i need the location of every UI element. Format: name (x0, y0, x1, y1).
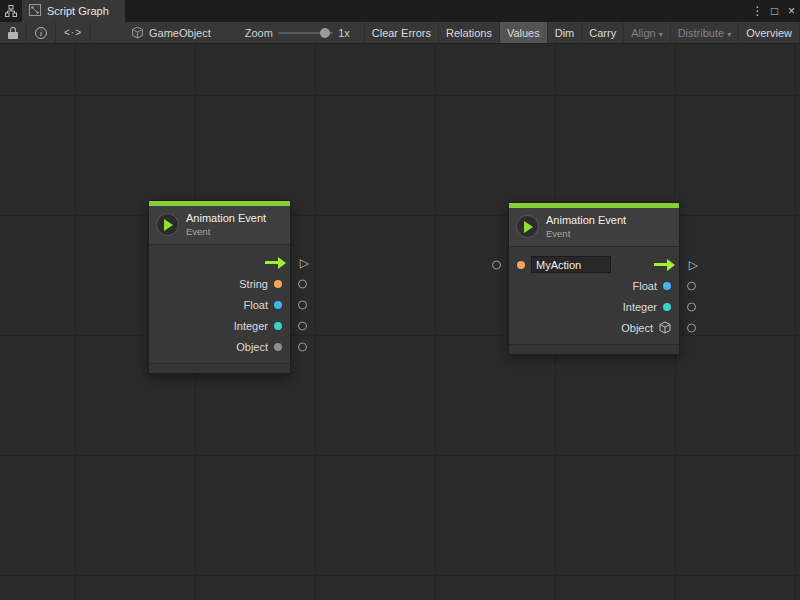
port-label: Object (621, 322, 653, 334)
flow-output-row: ▷ (149, 252, 290, 273)
string-output-port[interactable] (298, 279, 307, 288)
node-title: Animation Event (546, 214, 626, 226)
close-icon[interactable]: × (783, 0, 800, 22)
port-label: Object (236, 341, 268, 353)
graph-toolbar: i <·> GameObject Zoom 1x Clear Errors Re… (0, 22, 800, 44)
graph-window-icon (0, 0, 22, 22)
gameobject-reference[interactable]: GameObject (131, 22, 211, 43)
node-header[interactable]: Animation Event Event (149, 206, 290, 245)
dim-button[interactable]: Dim (548, 22, 583, 43)
flow-arrow-icon (265, 261, 279, 264)
toolbar-button-group: Clear Errors Relations Values Dim Carry … (364, 22, 800, 43)
edit-script-button[interactable]: <·> (56, 22, 91, 43)
values-button[interactable]: Values (500, 22, 548, 43)
port-label: Float (633, 280, 657, 292)
titlebar: Script Graph ⋮ □ × (0, 0, 800, 22)
lock-button[interactable] (0, 22, 27, 43)
string-type-dot (517, 261, 525, 269)
flow-output-port[interactable]: ▷ (689, 260, 698, 270)
output-row-object: Object (509, 317, 679, 338)
output-row-string: String (149, 273, 290, 294)
zoom-value: 1x (338, 22, 350, 43)
titlebar-spacer (125, 0, 749, 22)
object-output-port[interactable] (298, 342, 307, 351)
integer-type-dot (663, 303, 671, 311)
port-label: Float (244, 299, 268, 311)
zoom-slider[interactable] (278, 22, 333, 44)
event-play-icon (156, 213, 179, 236)
chevron-down-icon (727, 27, 731, 39)
node-body: ▷ String Float Integer (149, 245, 290, 363)
window-menu-icon[interactable]: ⋮ (749, 0, 766, 22)
float-type-dot (663, 282, 671, 290)
object-output-port[interactable] (687, 323, 696, 332)
maximize-icon[interactable]: □ (766, 0, 783, 22)
code-icon: <·> (64, 27, 82, 38)
output-row-integer: Integer (149, 315, 290, 336)
output-row-object: Object (149, 336, 290, 357)
node-subtitle: Event (546, 228, 626, 239)
carry-button[interactable]: Carry (582, 22, 624, 43)
name-input-port[interactable] (492, 260, 501, 269)
inspect-button[interactable]: i (27, 22, 56, 43)
clear-errors-button[interactable]: Clear Errors (365, 22, 439, 43)
event-name-field[interactable] (531, 256, 611, 273)
output-row-float: Float (509, 275, 679, 296)
tab-title: Script Graph (47, 5, 109, 17)
float-output-port[interactable] (687, 281, 696, 290)
integer-output-port[interactable] (298, 321, 307, 330)
node-title: Animation Event (186, 212, 266, 224)
graph-canvas[interactable]: Animation Event Event ▷ String Float (0, 44, 800, 600)
zoom-slider-thumb[interactable] (320, 28, 330, 38)
float-type-dot (274, 301, 282, 309)
script-graph-window: Script Graph ⋮ □ × i <·> GameObject Zoom… (0, 0, 800, 600)
name-input-and-flow-row: ▷ (509, 254, 679, 275)
relations-button[interactable]: Relations (439, 22, 500, 43)
distribute-button[interactable]: Distribute (671, 22, 739, 43)
node-animation-event-1[interactable]: Animation Event Event ▷ String Float (148, 200, 291, 374)
string-type-dot (274, 280, 282, 288)
node-body: ▷ Float Integer Object (509, 247, 679, 344)
info-icon: i (35, 27, 47, 39)
node-header[interactable]: Animation Event Event (509, 208, 679, 247)
tab-script-graph[interactable]: Script Graph (22, 0, 125, 22)
integer-output-port[interactable] (687, 302, 696, 311)
event-play-icon (516, 215, 539, 238)
flow-arrow-icon (654, 263, 668, 266)
chevron-down-icon (659, 27, 663, 39)
script-graph-tab-icon (29, 4, 41, 18)
float-output-port[interactable] (298, 300, 307, 309)
port-label: String (239, 278, 268, 290)
node-subtitle: Event (186, 226, 266, 237)
output-row-float: Float (149, 294, 290, 315)
node-footer (509, 344, 679, 354)
flow-output-port[interactable]: ▷ (300, 258, 309, 268)
port-label: Integer (234, 320, 268, 332)
port-label: Integer (623, 301, 657, 313)
gameobject-label: GameObject (149, 27, 211, 39)
lock-icon (8, 27, 18, 39)
overview-button[interactable]: Overview (739, 22, 800, 43)
gameobject-icon (131, 26, 144, 39)
zoom-label: Zoom (245, 22, 273, 43)
node-animation-event-2[interactable]: Animation Event Event ▷ Fl (508, 202, 680, 355)
integer-type-dot (274, 322, 282, 330)
object-type-dot (274, 343, 282, 351)
object-cube-icon (659, 321, 671, 334)
output-row-integer: Integer (509, 296, 679, 317)
node-footer (149, 363, 290, 373)
align-button[interactable]: Align (624, 22, 670, 43)
